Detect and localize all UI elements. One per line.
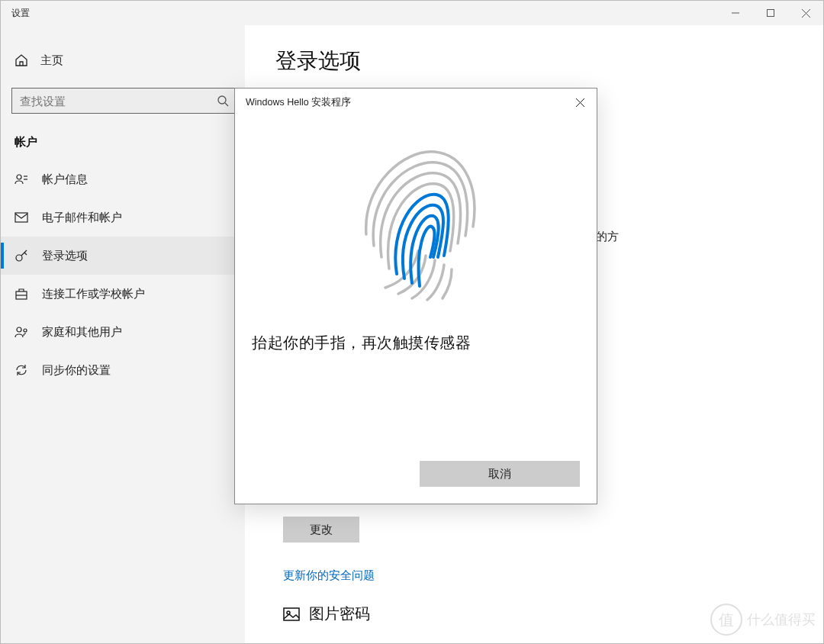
picture-password-header: 图片密码 [283, 604, 370, 624]
svg-point-4 [218, 96, 226, 104]
update-security-questions-link[interactable]: 更新你的安全问题 [283, 568, 375, 583]
person-card-icon [14, 172, 28, 186]
window-controls [718, 1, 823, 25]
svg-point-6 [17, 175, 21, 179]
change-password-label: 更改 [310, 523, 333, 537]
people-icon [14, 325, 28, 339]
sidebar-item-label: 电子邮件和帐户 [42, 211, 122, 225]
picture-password-label: 图片密码 [309, 604, 370, 624]
change-password-button[interactable]: 更改 [283, 517, 359, 543]
svg-line-5 [225, 103, 228, 106]
hello-setup-dialog: Windows Hello 安装程序 [234, 88, 597, 504]
dialog-instruction: 抬起你的手指，再次触摸传感器 [235, 333, 471, 353]
search-wrap [1, 77, 245, 114]
sidebar-item-family[interactable]: 家庭和其他用户 [1, 313, 245, 351]
search-input-container[interactable] [11, 88, 237, 114]
search-input[interactable] [20, 95, 217, 108]
key-icon [14, 249, 28, 262]
svg-point-13 [17, 327, 21, 332]
home-link[interactable]: 主页 [1, 43, 245, 77]
close-window-button[interactable] [788, 1, 823, 25]
cancel-button[interactable]: 取消 [420, 461, 580, 487]
sidebar-item-signin-options[interactable]: 登录选项 [1, 237, 245, 275]
dialog-body: 抬起你的手指，再次触摸传感器 [235, 116, 597, 461]
sidebar-item-sync[interactable]: 同步你的设置 [1, 351, 245, 389]
title-bar: 设置 [1, 1, 823, 25]
settings-window: 设置 主页 帐户 [0, 0, 824, 644]
sidebar-item-label: 同步你的设置 [42, 363, 111, 378]
sidebar-item-email[interactable]: 电子邮件和帐户 [1, 198, 245, 237]
search-icon [217, 95, 229, 107]
briefcase-icon [14, 287, 28, 301]
close-icon [576, 98, 584, 107]
fingerprint-icon [351, 143, 481, 303]
home-icon [14, 53, 28, 67]
sidebar-section-title: 帐户 [1, 114, 245, 160]
svg-point-10 [16, 255, 22, 261]
dialog-title: Windows Hello 安装程序 [246, 96, 566, 109]
minimize-button[interactable] [718, 1, 753, 25]
svg-rect-1 [768, 10, 774, 17]
maximize-button[interactable] [753, 1, 788, 25]
page-title: 登录选项 [275, 47, 823, 76]
picture-icon [283, 606, 300, 623]
sidebar-item-account-info[interactable]: 帐户信息 [1, 160, 245, 198]
sidebar-item-label: 连接工作或学校帐户 [42, 287, 145, 301]
home-label: 主页 [40, 53, 63, 68]
dialog-header: Windows Hello 安装程序 [235, 89, 597, 116]
fingerprint-illustration [340, 131, 492, 314]
sync-icon [14, 363, 28, 377]
window-title: 设置 [1, 7, 30, 20]
svg-rect-9 [15, 213, 27, 222]
sidebar-item-label: 家庭和其他用户 [42, 325, 122, 340]
dialog-close-button[interactable] [566, 91, 594, 114]
background-text-fragment: 的方 [596, 230, 619, 244]
sidebar-item-work-school[interactable]: 连接工作或学校帐户 [1, 275, 245, 313]
svg-rect-15 [284, 608, 299, 620]
cancel-button-label: 取消 [488, 467, 511, 481]
sidebar-item-label: 登录选项 [42, 249, 88, 263]
dialog-footer: 取消 [235, 461, 597, 504]
svg-point-14 [24, 329, 27, 332]
sidebar: 主页 帐户 帐户信息 电子邮件和帐户 登录选项 [1, 25, 245, 643]
sidebar-item-label: 帐户信息 [42, 172, 88, 187]
mail-icon [14, 211, 28, 224]
